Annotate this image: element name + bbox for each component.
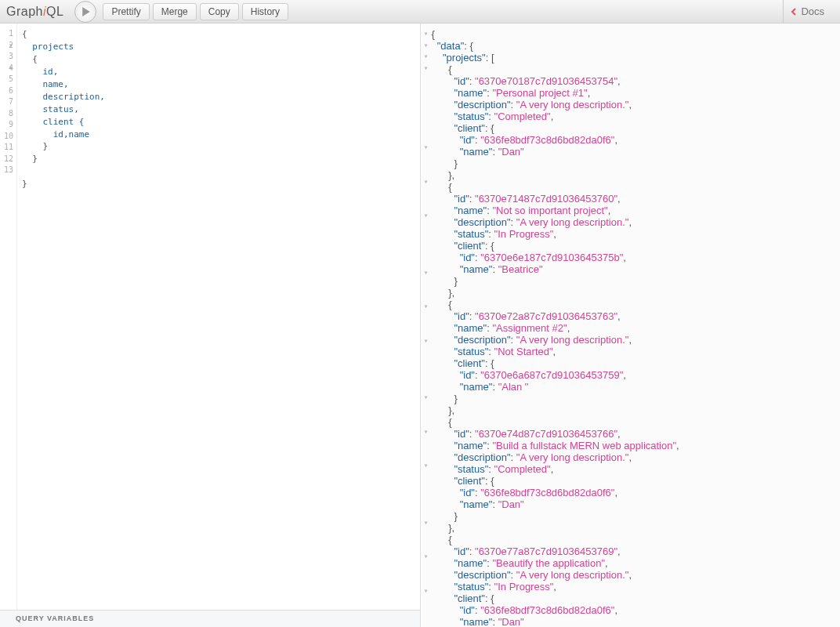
prettify-button[interactable]: Prettify: [103, 3, 149, 20]
query-pane: 1 ▾23 ▾45678910111213 { projects { id, n…: [0, 24, 421, 627]
toolbar: GraphiQL Prettify Merge Copy History Doc…: [0, 0, 840, 24]
query-editor[interactable]: 1 ▾23 ▾45678910111213 { projects { id, n…: [0, 24, 420, 610]
chevron-left-icon: [790, 8, 798, 16]
query-variables-bar[interactable]: QUERY VARIABLES: [0, 610, 420, 627]
copy-button[interactable]: Copy: [200, 3, 239, 20]
app-title: GraphiQL: [5, 5, 70, 19]
history-button[interactable]: History: [242, 3, 288, 20]
line-gutter: 1 ▾23 ▾45678910111213: [0, 24, 17, 610]
content-area: 1 ▾23 ▾45678910111213 { projects { id, n…: [0, 24, 840, 627]
result-viewer[interactable]: { "data": { "projects": [ { "id": "6370e…: [421, 24, 841, 627]
execute-button[interactable]: [74, 1, 96, 23]
pane-resize-handle[interactable]: [420, 24, 429, 627]
result-pane: ▾▾▾▾ ▾ ▾ ▾ ▾ ▾ ▾ ▾ ▾ ▾ ▾ ▾ ▾ { "data": {…: [421, 24, 841, 627]
merge-button[interactable]: Merge: [153, 3, 197, 20]
docs-toggle[interactable]: Docs: [783, 0, 835, 23]
query-code[interactable]: { projects { id, name, description, stat…: [17, 24, 420, 610]
play-icon: [81, 7, 91, 16]
